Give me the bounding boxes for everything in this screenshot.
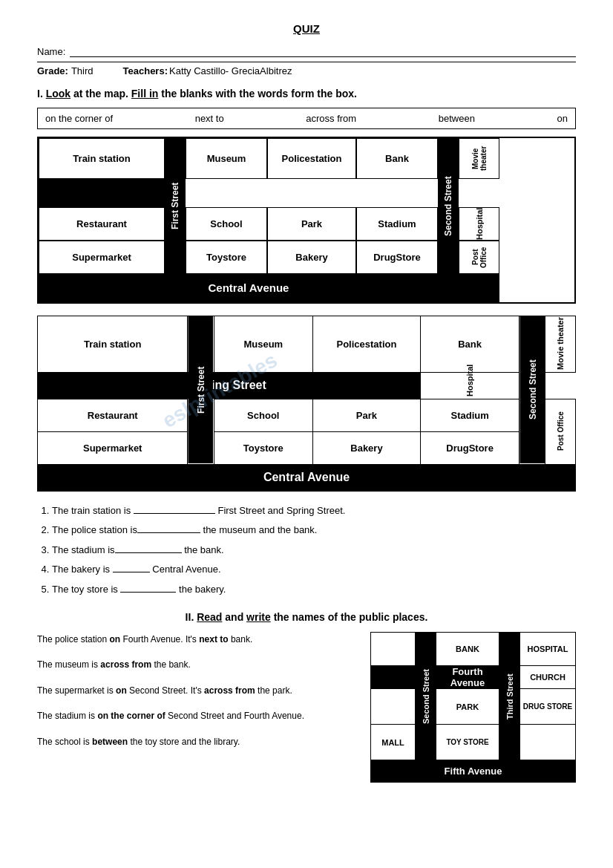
- cell-school: School: [214, 399, 312, 431]
- word-box-item: next to: [195, 113, 224, 124]
- cell-central-avenue: Central Avenue: [38, 464, 576, 491]
- section2-heading: II. Read and write the names of the publ…: [37, 611, 576, 623]
- cell-stadium: Stadium: [421, 399, 519, 431]
- cell-third-street-map2: Third Street: [499, 633, 520, 760]
- teachers-value: Katty Castillo- GreciaAlbitrez: [169, 65, 292, 76]
- quiz-title: QUIZ: [37, 22, 576, 35]
- cell-post-office: Post Office: [459, 241, 499, 274]
- teachers-label: Teachers:: [123, 65, 168, 76]
- sentence-2: The police station is the museum and the…: [52, 523, 576, 538]
- cell-drugstore: DrugStore: [421, 431, 519, 464]
- cell-restaurant: Restaurant: [38, 399, 188, 431]
- blank-4: [113, 562, 150, 572]
- cell-supermarket: Supermarket: [39, 241, 165, 274]
- cell-first-street: First Street: [188, 316, 214, 464]
- map1-table: Train station First Street Museum Police…: [37, 316, 576, 492]
- cell-ca-end: [459, 274, 499, 302]
- sentence-4: The bakery is Central Avenue.: [52, 562, 576, 577]
- grade-row: Grade: Third Teachers: Katty Castillo- G…: [37, 62, 576, 76]
- cell-toystore: Toystore: [186, 241, 267, 274]
- cell-left-black-map2: [371, 666, 416, 689]
- map1: Train station First Street Museum Police…: [37, 137, 576, 304]
- cell-movie-theater: Movie theater: [545, 316, 576, 372]
- para-4: The stadium is on the corner of Second S…: [37, 708, 355, 723]
- cell-drugstore: DrugStore: [356, 241, 438, 274]
- cell-spring-street: [39, 179, 165, 207]
- section1-heading: I. Look at the map. Fill in the blanks w…: [37, 87, 576, 102]
- cell-park-map2: PARK: [436, 689, 499, 725]
- section2-body: The police station on Fourth Avenue. It'…: [37, 632, 576, 783]
- cell-stadium: Stadium: [356, 207, 438, 241]
- cell-church-map2: CHURCH: [520, 666, 576, 689]
- word-box-item: on: [557, 113, 568, 124]
- cell-hospital: Hospital: [421, 372, 519, 399]
- word-box: on the corner of next to across from bet…: [37, 108, 576, 129]
- sentence-1: The train station is First Street and Sp…: [52, 503, 576, 518]
- cell-hospital: Hospital: [459, 207, 499, 241]
- cell-train-station: Train station: [38, 316, 188, 372]
- section2-text: The police station on Fourth Avenue. It'…: [37, 632, 355, 783]
- cell-police-station: Policestation: [312, 316, 421, 372]
- para-5: The school is between the toy store and …: [37, 734, 355, 749]
- blank-1: [134, 503, 215, 514]
- cell-school: School: [186, 207, 267, 241]
- cell-drug-store-map2: DRUG STORE: [520, 689, 576, 725]
- cell-hospital-map2: HOSPITAL: [520, 633, 576, 666]
- cell-fifth-avenue-map2: Fifth Avenue: [371, 760, 576, 783]
- word-box-item: across from: [306, 113, 356, 124]
- cell-first-street: First Street: [165, 138, 186, 274]
- cell-bakery: Bakery: [312, 431, 421, 464]
- para-1: The police station on Fourth Avenue. It'…: [37, 632, 355, 647]
- blank-2: [137, 523, 200, 533]
- cell-supermarket: Supermarket: [38, 431, 188, 464]
- cell-bakery: Bakery: [267, 241, 356, 274]
- grade-value: Third: [71, 65, 94, 76]
- cell-bank: Bank: [421, 316, 519, 372]
- blank-3: [115, 543, 182, 553]
- cell-movie-theater: Movie theater: [459, 138, 499, 179]
- cell-park: Park: [312, 399, 421, 431]
- map2-table: Second Street BANK Third Street HOSPITAL…: [370, 632, 576, 783]
- name-row: Name:: [37, 45, 576, 57]
- cell-fourth-avenue-map2: Fourth Avenue: [436, 666, 499, 689]
- map2-container: Second Street BANK Third Street HOSPITAL…: [370, 632, 576, 783]
- name-underline: [70, 45, 576, 57]
- grade-label: Grade:: [37, 65, 68, 76]
- cell-central-avenue: Central Avenue: [39, 274, 459, 302]
- para-3: The supermarket is on Second Street. It'…: [37, 683, 355, 698]
- cell-spring-street: Spring Street: [38, 372, 421, 399]
- cell-police-station: Policestation: [267, 138, 356, 179]
- sentence-3: The stadium is the bank.: [52, 543, 576, 558]
- name-label: Name:: [37, 46, 65, 57]
- cell-museum: Museum: [186, 138, 267, 179]
- para-2: The museum is across from the bank.: [37, 657, 355, 672]
- blank-5: [120, 582, 176, 593]
- cell-restaurant: Restaurant: [39, 207, 165, 241]
- word-box-item: between: [439, 113, 475, 124]
- cell-train-station: Train station: [39, 138, 165, 179]
- sentences-list: The train station is First Street and Sp…: [37, 503, 576, 597]
- cell-toystore: Toystore: [214, 431, 312, 464]
- cell-second-street-map2: Second Street: [416, 633, 436, 760]
- cell-second-street: Second Street: [438, 138, 459, 274]
- cell-park: Park: [267, 207, 356, 241]
- sentence-5: The toy store is the bakery.: [52, 582, 576, 597]
- cell-bank: Bank: [356, 138, 438, 179]
- cell-bank-map2: BANK: [436, 633, 499, 666]
- cell-toy-store-map2: TOY STORE: [436, 725, 499, 760]
- cell-museum: Museum: [214, 316, 312, 372]
- cell-second-street: Second Street: [519, 316, 545, 464]
- word-box-item: on the corner of: [45, 113, 113, 124]
- cell-mall-map2: MALL: [371, 725, 416, 760]
- cell-post-office-row: Post Office: [545, 399, 576, 464]
